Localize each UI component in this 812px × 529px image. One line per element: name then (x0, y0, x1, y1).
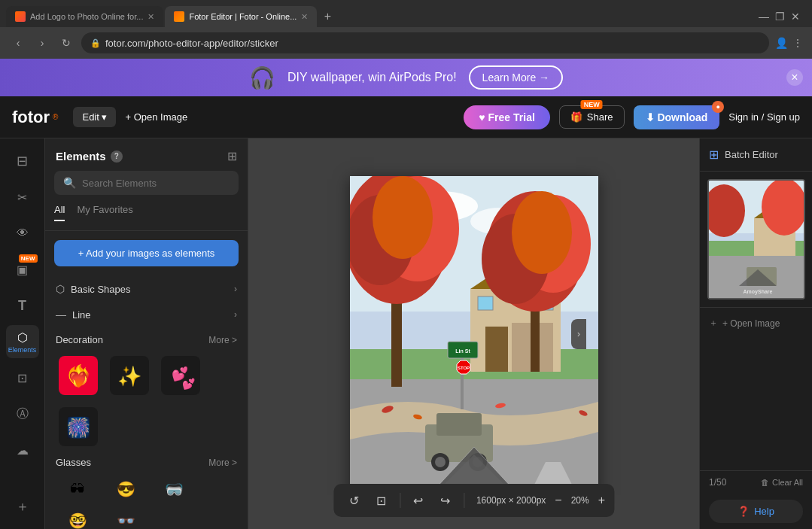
sparkle-sticker-icon: ✨ (110, 356, 149, 395)
svg-text:🎆: 🎆 (66, 415, 91, 439)
tab-close-add[interactable]: ✕ (147, 12, 154, 22)
decoration-item-heart[interactable]: ❤️‍🔥 (56, 353, 101, 398)
basic-shapes-label: ⬡ Basic Shapes (56, 283, 131, 295)
browser-tab-fotor[interactable]: Fotor Editor | Fotor - Online... ✕ (165, 6, 317, 27)
minimize-button[interactable]: — (759, 11, 769, 23)
app-header: fotor ® Edit ▾ + Open Image ♥ Free Trial… (0, 96, 812, 138)
toolbar-sep-1 (400, 493, 400, 508)
clear-all-button[interactable]: 🗑 Clear All (761, 478, 803, 487)
panel-header: Elements ? ⊞ (45, 138, 248, 171)
free-trial-button[interactable]: ♥ Free Trial (464, 105, 549, 129)
heart-sticker-icon: ❤️‍🔥 (59, 356, 98, 395)
right-panel-collapse-handle[interactable]: › (571, 319, 586, 349)
promo-banner: 🎧 DIY wallpaper, win AirPods Pro! Learn … (0, 59, 812, 96)
right-panel-spacer (700, 339, 812, 470)
decoration-item-fireworks[interactable]: 🎆 (56, 404, 101, 449)
glasses-item-1[interactable]: 🕶 (56, 476, 99, 503)
glasses-title: Glasses (56, 457, 91, 468)
line-section[interactable]: — Line › (45, 301, 248, 327)
address-bar[interactable]: 🔒 fotor.com/photo-editor-app/editor/stic… (81, 32, 769, 53)
decoration-item-hearts[interactable]: 💕 💕 (158, 353, 203, 398)
batch-editor-label: Batch Editor (725, 149, 778, 160)
text-tool-button[interactable]: T (6, 289, 39, 322)
share-new-badge: NEW (581, 100, 603, 109)
back-button[interactable]: ‹ (9, 37, 27, 49)
undo-button[interactable]: ↩ (406, 488, 430, 512)
account-icon[interactable]: 👤 (775, 37, 788, 49)
rotate-button[interactable]: ↺ (342, 488, 366, 512)
zoom-in-button[interactable]: + (598, 494, 605, 507)
glasses-item-2[interactable]: 😎 (104, 476, 147, 503)
fireworks-sticker-icon: 🎆 (59, 407, 98, 446)
browser-nav: ‹ › ↻ 🔒 fotor.com/photo-editor-app/edito… (0, 27, 812, 59)
banner-close-button[interactable]: × (786, 69, 803, 86)
eye-icon: 👁 (17, 226, 29, 240)
batch-editor-icon: ⊞ (709, 147, 719, 162)
page-info: 1/50 (709, 477, 726, 488)
decoration-grid: ❤️‍🔥 ✨ 💕 💕 (56, 353, 237, 449)
svg-text:❤️‍🔥: ❤️‍🔥 (65, 363, 92, 388)
restore-button[interactable]: ❐ (775, 11, 785, 23)
basic-shapes-section[interactable]: ⬡ Basic Shapes › (45, 275, 248, 301)
glasses-item-4[interactable]: 🤓 (56, 507, 99, 529)
new-tab-button[interactable]: + (318, 8, 336, 26)
search-input[interactable] (82, 178, 230, 189)
lock-icon: 🔒 (90, 38, 101, 48)
elements-help-icon[interactable]: ? (111, 150, 123, 163)
glasses-header: Glasses More > (56, 457, 237, 468)
font-tool-button[interactable]: Ⓐ (6, 397, 39, 430)
forward-button[interactable]: › (33, 37, 51, 49)
batch-editor-button[interactable]: ⊞ Batch Editor (700, 138, 812, 172)
glasses-item-3[interactable]: 🥽 (152, 476, 196, 503)
tab-my-favorites[interactable]: My Favorites (77, 204, 132, 221)
toolbar-sep-2 (464, 493, 464, 508)
browser-chrome: Add Logo to Photo Online for... ✕ Fotor … (0, 0, 812, 59)
decoration-item-sparkle[interactable]: ✨ (107, 353, 152, 398)
signin-button[interactable]: Sign in / Sign up (728, 111, 800, 123)
glasses-item-5[interactable]: 👓 (104, 507, 147, 529)
add-elements-button[interactable]: + Add your images as elements (54, 240, 239, 266)
flip-button[interactable]: ⊡ (370, 488, 394, 512)
image-thumbnail[interactable]: AmoyShare (707, 179, 805, 299)
help-button[interactable]: ❓ Help (709, 500, 803, 523)
glasses-section: Glasses More > 🕶 😎 🥽 🤓 👓 (45, 452, 248, 529)
svg-point-40 (435, 457, 446, 467)
adjust-tool-button[interactable]: ⊟ (6, 144, 39, 178)
effect-tool-button[interactable]: 👁 (6, 217, 39, 250)
open-image-right-button[interactable]: ＋ + Open Image (700, 307, 812, 339)
grid-toggle-button[interactable]: ⊞ (227, 149, 237, 163)
layer-tool-wrapper: ▣ NEW (6, 253, 39, 286)
frames-tool-button[interactable]: ⊡ (6, 361, 39, 394)
redo-button[interactable]: ↪ (433, 488, 458, 512)
edit-button[interactable]: Edit ▾ (73, 107, 116, 127)
elements-tool-button[interactable]: ⬡ Elements (6, 325, 39, 358)
thumbnail-image: AmoyShare (709, 181, 805, 299)
plus-icon: ＋ (16, 497, 29, 515)
download-badge: ● (712, 101, 724, 113)
browser-menu-icon[interactable]: ⋮ (792, 37, 803, 49)
tab-label-fotor: Fotor Editor | Fotor - Online... (189, 12, 297, 21)
canvas-image: Lin St STOP (350, 176, 598, 492)
decoration-more-button[interactable]: More > (208, 335, 237, 345)
learn-more-button[interactable]: Learn More → (469, 65, 563, 90)
glasses-more-button[interactable]: More > (208, 458, 237, 468)
search-icon: 🔍 (63, 177, 76, 189)
canvas-container: Lin St STOP (350, 176, 598, 492)
sliders-icon: ⊟ (17, 153, 28, 169)
more-button[interactable]: ＋ (6, 490, 39, 523)
browser-tab-add[interactable]: Add Logo to Photo Online for... ✕ (6, 6, 163, 27)
open-image-button[interactable]: + Open Image (125, 111, 187, 123)
browser-tabs: Add Logo to Photo Online for... ✕ Fotor … (0, 0, 812, 27)
download-button[interactable]: ⬇ Download ● (634, 105, 720, 129)
banner-text: DIY wallpaper, win AirPods Pro! (287, 71, 457, 84)
close-window-button[interactable]: ✕ (791, 11, 800, 23)
crop-tool-button[interactable]: ✂ (6, 181, 39, 214)
tab-all[interactable]: All (54, 204, 65, 221)
refresh-button[interactable]: ↻ (57, 37, 75, 49)
share-button[interactable]: NEW 🎁 Share (559, 105, 625, 129)
text-icon: T (18, 298, 26, 314)
zoom-out-button[interactable]: − (555, 494, 561, 507)
tab-close-fotor[interactable]: ✕ (301, 12, 308, 22)
cloud-tool-button[interactable]: ☁ (6, 433, 39, 467)
canvas-dimensions: 1600px × 2000px (470, 495, 552, 506)
